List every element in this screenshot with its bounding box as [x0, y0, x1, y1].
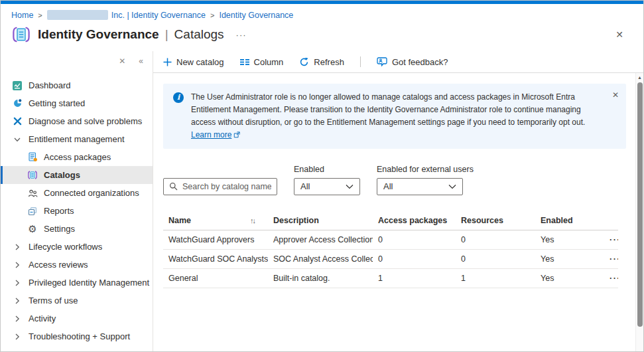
sidebar-item-reports[interactable]: Reports	[1, 202, 153, 220]
sidebar-item-label: Lifecycle workflows	[29, 242, 102, 252]
dashboard-icon	[12, 80, 23, 91]
close-blade-button[interactable]: ✕	[606, 28, 633, 41]
cell-actions: ···	[600, 250, 618, 268]
sidebar-item-settings[interactable]: ⚙ Settings	[1, 220, 153, 238]
sidebar-item-label: Activity	[29, 313, 56, 323]
sidebar-item-label: Reports	[44, 206, 74, 216]
sort-icon[interactable]: ↑↓	[250, 217, 255, 224]
info-icon: i	[173, 92, 184, 103]
column-header-description[interactable]: Description	[268, 211, 373, 230]
external-users-filter-dropdown[interactable]: All	[377, 178, 463, 195]
breadcrumb-directory-link[interactable]: Inc. | Identity Governance	[47, 10, 206, 20]
header-more-button[interactable]: ···	[236, 30, 247, 40]
main-area: ✕ « Dashboard Getting started	[1, 51, 643, 351]
page-subtitle: Catalogs	[174, 27, 224, 42]
row-actions-button[interactable]: ···	[606, 254, 618, 264]
table-row[interactable]: General Built-in catalog. 1 1 Yes ···	[163, 269, 618, 288]
redacted-org-name	[47, 10, 108, 20]
column-header-resources[interactable]: Resources	[456, 211, 535, 230]
breadcrumb-separator: >	[210, 11, 214, 19]
toolbar-divider	[360, 56, 361, 67]
vertical-scrollbar[interactable]: ▲	[635, 73, 643, 351]
cell-name[interactable]: General	[163, 269, 268, 288]
sidebar-item-diagnose[interactable]: Diagnose and solve problems	[1, 112, 153, 130]
sidebar-item-getting-started[interactable]: Getting started	[1, 94, 153, 112]
cell-description: Built-in catalog.	[268, 269, 373, 288]
sidebar-group-activity[interactable]: Activity	[1, 309, 153, 327]
enabled-filter-dropdown[interactable]: All	[294, 178, 360, 195]
scrollbar-up-arrow-icon[interactable]: ▲	[636, 73, 643, 80]
cell-description: SOC Analyst Access Collection	[268, 250, 373, 268]
breadcrumb: Home > Inc. | Identity Governance > Iden…	[1, 4, 643, 23]
sidebar-item-label: Access packages	[44, 152, 111, 162]
feedback-icon	[377, 57, 387, 66]
identity-governance-catalogs-page: Home > Inc. | Identity Governance > Iden…	[0, 0, 644, 352]
cell-resources: 1	[456, 269, 535, 288]
learn-more-link[interactable]: Learn more	[191, 130, 231, 139]
column-button[interactable]: Column	[240, 57, 284, 67]
sidebar-search-clear-icon[interactable]: ✕	[119, 56, 125, 66]
row-actions-button[interactable]: ···	[606, 235, 618, 244]
access-packages-icon	[27, 152, 38, 163]
table-body: WatchGuard Approvers Approver Access Col…	[163, 230, 618, 288]
content-pane: New catalog Column Refresh Got feedback?	[153, 51, 643, 351]
sidebar-group-terms-of-use[interactable]: Terms of use	[1, 292, 153, 309]
catalogs-icon	[27, 170, 38, 181]
search-input[interactable]	[182, 182, 271, 191]
sidebar-group-access-reviews[interactable]: Access reviews	[1, 256, 153, 274]
sidebar-item-dashboard[interactable]: Dashboard	[1, 76, 153, 94]
chevron-down-icon	[346, 184, 354, 189]
external-users-filter-group: Enabled for external users All	[377, 165, 474, 195]
banner-close-icon[interactable]: ✕	[612, 89, 619, 102]
table-row[interactable]: WatchGuard Approvers Approver Access Col…	[163, 230, 618, 250]
sidebar-item-access-packages[interactable]: Access packages	[1, 148, 153, 166]
cell-enabled: Yes	[535, 250, 600, 268]
cell-enabled: Yes	[535, 269, 600, 288]
got-feedback-label: Got feedback?	[392, 57, 448, 67]
identity-governance-icon	[11, 26, 31, 43]
table-row[interactable]: WatchGuard SOC Analysts SOC Analyst Acce…	[163, 250, 618, 269]
sidebar-item-label: Troubleshooting + Support	[29, 331, 130, 341]
new-catalog-label: New catalog	[176, 57, 224, 67]
catalog-search-box[interactable]	[163, 178, 277, 195]
enabled-filter-label: Enabled	[294, 165, 360, 174]
refresh-button[interactable]: Refresh	[299, 57, 344, 67]
column-header-name[interactable]: Name ↑↓	[163, 211, 268, 230]
search-icon	[169, 182, 178, 191]
cell-name[interactable]: WatchGuard Approvers	[163, 230, 268, 249]
breadcrumb-home-link[interactable]: Home	[11, 11, 33, 20]
breadcrumb-current-link[interactable]: Identity Governance	[219, 11, 293, 20]
sidebar-group-troubleshooting-support[interactable]: Troubleshooting + Support	[1, 327, 153, 345]
sidebar-collapse-icon[interactable]: «	[139, 56, 143, 66]
new-catalog-button[interactable]: New catalog	[163, 57, 224, 67]
refresh-icon	[299, 57, 309, 67]
chevron-down-icon	[448, 184, 456, 189]
cell-name[interactable]: WatchGuard SOC Analysts	[163, 250, 268, 268]
sidebar-item-label: Entitlement management	[29, 134, 125, 144]
sidebar-group-lifecycle-workflows[interactable]: Lifecycle workflows	[1, 238, 153, 256]
table-header-row: Name ↑↓ Description Access packages Reso…	[163, 211, 618, 230]
sidebar-item-catalogs[interactable]: Catalogs	[1, 166, 153, 184]
row-actions-button[interactable]: ···	[606, 274, 618, 283]
got-feedback-button[interactable]: Got feedback?	[377, 57, 448, 67]
sidebar-item-connected-organizations[interactable]: Connected organizations	[1, 184, 153, 202]
external-users-filter-value: All	[383, 181, 393, 191]
column-header-actions	[600, 216, 618, 225]
sidebar-item-label: Privileged Identity Management	[29, 278, 149, 288]
chevron-right-icon	[12, 260, 23, 270]
sidebar-group-entitlement-management[interactable]: Entitlement management	[1, 130, 153, 148]
info-banner-text: The User Administrator role is no longer…	[191, 92, 585, 127]
cell-access-packages: 0	[373, 230, 456, 249]
column-icon	[240, 58, 249, 66]
getting-started-icon	[12, 98, 23, 109]
sidebar-group-privileged-identity-management[interactable]: Privileged Identity Management	[1, 274, 153, 292]
column-header-access-packages[interactable]: Access packages	[373, 211, 456, 230]
column-header-enabled[interactable]: Enabled	[535, 211, 600, 230]
scrollbar-thumb[interactable]	[637, 82, 643, 327]
cell-description: Approver Access Collection	[268, 230, 373, 249]
chevron-down-icon	[12, 134, 23, 145]
sidebar-item-label: Connected organizations	[44, 188, 139, 198]
sidebar-item-label: Terms of use	[29, 296, 78, 306]
external-users-filter-label: Enabled for external users	[377, 165, 474, 174]
gear-icon: ⚙	[27, 224, 38, 234]
